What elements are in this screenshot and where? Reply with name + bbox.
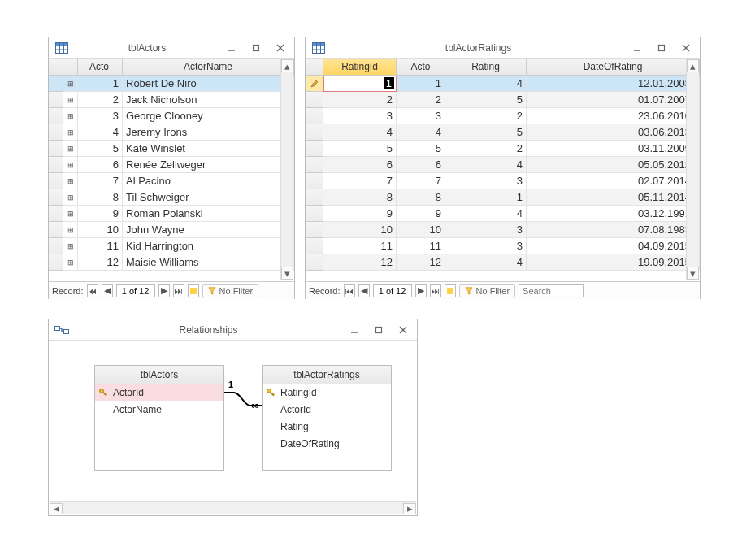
nav-next-button[interactable]: ▶	[415, 284, 427, 297]
cell-date[interactable]: 07.08.1983	[527, 222, 700, 238]
cell-actorid[interactable]: 1	[397, 76, 445, 92]
vertical-scrollbar[interactable]: ▴ ▾	[686, 59, 699, 280]
minimize-button[interactable]	[628, 41, 646, 55]
table-row[interactable]: ⊞5Kate Winslet	[49, 141, 294, 157]
cell-ratingid-editing[interactable]: 1	[323, 76, 397, 92]
cell-ratingid[interactable]: 5	[323, 141, 397, 157]
row-selector[interactable]	[49, 254, 63, 271]
cell-ratingid[interactable]: 12	[323, 254, 397, 271]
expand-button[interactable]: ⊞	[63, 189, 78, 206]
cell-actorid[interactable]: 6	[78, 157, 123, 173]
rel-field[interactable]: Rating	[263, 419, 391, 436]
horizontal-scrollbar[interactable]: ◂ ▸	[50, 501, 416, 514]
cell-actorid[interactable]: 11	[78, 238, 123, 254]
cell-actorid[interactable]: 10	[78, 222, 123, 238]
cell-actorname[interactable]: George Clooney	[123, 108, 294, 124]
cell-actorid[interactable]: 2	[78, 92, 123, 108]
cell-actorid[interactable]: 4	[78, 124, 123, 141]
row-selector[interactable]	[306, 108, 323, 124]
row-selector[interactable]	[306, 76, 323, 92]
table-row[interactable]: 11412.01.2008	[306, 76, 700, 92]
table-row[interactable]: 33223.06.2010	[306, 108, 700, 124]
cell-date[interactable]: 05.11.2014	[527, 189, 700, 206]
cell-rating[interactable]: 1	[445, 189, 527, 206]
cell-actorid[interactable]: 5	[78, 141, 123, 157]
cell-actorname[interactable]: Robert De Niro	[123, 76, 294, 92]
nav-new-button[interactable]	[188, 284, 199, 297]
cell-ratingid[interactable]: 4	[323, 124, 397, 141]
table-row[interactable]: ⊞11Kid Harrington	[49, 238, 294, 254]
cell-actorid[interactable]: 9	[78, 206, 123, 222]
titlebar-tblactors[interactable]: tblActors	[49, 37, 294, 59]
row-selector[interactable]	[49, 206, 63, 222]
col-ratingid[interactable]: RatingId	[323, 59, 397, 75]
row-selector[interactable]	[306, 141, 323, 157]
select-all-corner[interactable]	[49, 59, 63, 75]
table-row[interactable]: 66405.05.2012	[306, 157, 700, 173]
cell-actorname[interactable]: Al Pacino	[123, 173, 294, 189]
row-selector[interactable]	[306, 157, 323, 173]
cell-rating[interactable]: 4	[445, 206, 527, 222]
cell-date[interactable]: 03.12.1991	[527, 206, 700, 222]
cell-actorname[interactable]: Renée Zellweger	[123, 157, 294, 173]
expand-button[interactable]: ⊞	[63, 141, 78, 157]
cell-actorid[interactable]: 8	[397, 189, 445, 206]
filter-indicator[interactable]: No Filter	[202, 284, 259, 297]
rel-table-tblactorratings[interactable]: tblActorRatings RatingIdActorIdRatingDat…	[262, 365, 392, 471]
cell-date[interactable]: 03.06.2013	[527, 124, 700, 141]
record-position-input[interactable]	[373, 284, 412, 297]
cell-actorname[interactable]: Kid Harrington	[123, 238, 294, 254]
cell-date[interactable]: 02.07.2014	[527, 173, 700, 189]
nav-next-button[interactable]: ▶	[158, 284, 170, 297]
row-selector[interactable]	[306, 222, 323, 238]
table-row[interactable]: ⊞3George Clooney	[49, 108, 294, 124]
cell-ratingid[interactable]: 6	[323, 157, 397, 173]
row-selector[interactable]	[49, 173, 63, 189]
table-row[interactable]: 1111304.09.2015	[306, 238, 700, 254]
row-selector[interactable]	[306, 254, 323, 271]
cell-date[interactable]: 12.01.2008	[527, 76, 700, 92]
table-row[interactable]: ⊞2Jack Nicholson	[49, 92, 294, 108]
table-row[interactable]: ⊞6Renée Zellweger	[49, 157, 294, 173]
expand-button[interactable]: ⊞	[63, 173, 78, 189]
table-row[interactable]: ⊞12Maisie Williams	[49, 254, 294, 271]
table-row[interactable]: ⊞1Robert De Niro	[49, 76, 294, 92]
table-row[interactable]: ⊞4Jeremy Irons	[49, 124, 294, 141]
cell-rating[interactable]: 3	[445, 238, 527, 254]
cell-actorname[interactable]: Kate Winslet	[123, 141, 294, 157]
table-row[interactable]: ⊞7Al Pacino	[49, 173, 294, 189]
cell-actorname[interactable]: Jeremy Irons	[123, 124, 294, 141]
minimize-button[interactable]	[223, 41, 241, 55]
cell-date[interactable]: 04.09.2015	[527, 238, 700, 254]
rel-field[interactable]: ActorId	[95, 384, 223, 402]
row-selector[interactable]	[306, 92, 323, 108]
relationships-canvas[interactable]: tblActors ActorIdActorName tblActorRatin…	[49, 341, 417, 500]
cell-rating[interactable]: 4	[445, 254, 527, 271]
cell-ratingid[interactable]: 11	[323, 238, 397, 254]
row-selector[interactable]	[49, 108, 63, 124]
nav-prev-button[interactable]: ◀	[102, 284, 113, 297]
col-actorname[interactable]: ActorName	[123, 59, 294, 75]
cell-actorid[interactable]: 1	[78, 76, 123, 92]
cell-actorname[interactable]: Roman Polanski	[123, 206, 294, 222]
scroll-left-button[interactable]: ◂	[50, 503, 63, 514]
row-selector[interactable]	[306, 189, 323, 206]
nav-last-button[interactable]: ⏭	[430, 284, 441, 297]
cell-actorid[interactable]: 9	[397, 206, 445, 222]
cell-actorname[interactable]: Jack Nicholson	[123, 92, 294, 108]
datasheet-body-ratings[interactable]: 11412.01.200822501.07.200733223.06.20104…	[306, 76, 700, 281]
expand-button[interactable]: ⊞	[63, 124, 78, 141]
search-input[interactable]	[519, 284, 584, 297]
scroll-right-button[interactable]: ▸	[403, 503, 416, 514]
cell-rating[interactable]: 3	[445, 222, 527, 238]
table-row[interactable]: 55203.11.2009	[306, 141, 700, 157]
rel-table-tblactors[interactable]: tblActors ActorIdActorName	[94, 365, 224, 471]
expand-button[interactable]: ⊞	[63, 222, 78, 238]
cell-rating[interactable]: 2	[445, 141, 527, 157]
expand-button[interactable]: ⊞	[63, 206, 78, 222]
close-button[interactable]	[394, 323, 412, 337]
row-selector[interactable]	[49, 76, 63, 92]
cell-rating[interactable]: 5	[445, 92, 527, 108]
cell-rating[interactable]: 2	[445, 108, 527, 124]
col-actorid[interactable]: Acto	[397, 59, 445, 75]
